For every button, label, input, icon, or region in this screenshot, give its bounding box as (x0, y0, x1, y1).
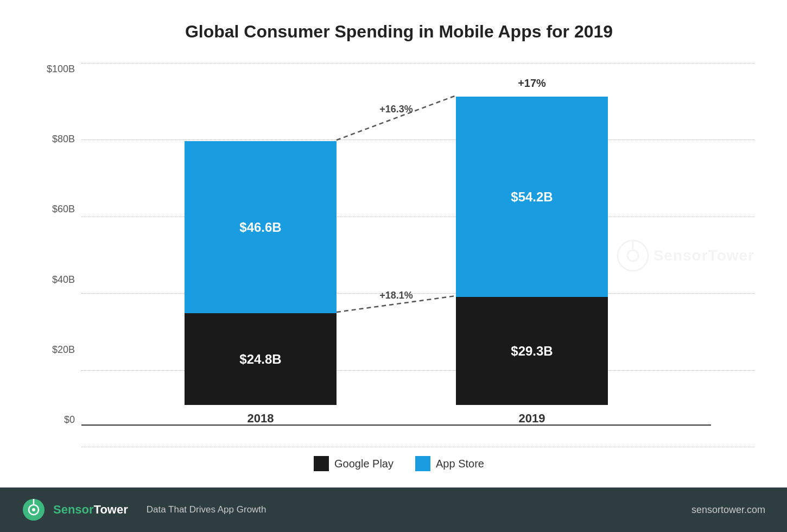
legend-swatch (415, 456, 430, 471)
y-axis-label: $100B (43, 64, 81, 75)
y-axis-label: $0 (43, 414, 81, 426)
y-axis-label: $40B (43, 274, 81, 286)
app-store-value-label: $46.6B (239, 220, 281, 235)
legend-item: App Store (415, 456, 484, 471)
watermark: SensorTower (617, 239, 754, 272)
bar-wrapper: $46.6B$24.8B (185, 141, 337, 405)
y-axis-label: $60B (43, 204, 81, 215)
bar-segment-app-store: $54.2B (456, 97, 608, 297)
brand-highlight: Sensor (53, 503, 94, 516)
svg-point-1 (627, 250, 638, 261)
footer-left: SensorTower Data That Drives App Growth (22, 498, 266, 522)
legend-swatch (314, 456, 329, 471)
chart-area: $0$20B$40B$60B$80B$100B $46.6B$24.8B2018… (43, 64, 754, 447)
footer: SensorTower Data That Drives App Growth … (0, 487, 787, 532)
bar-segment-google-play: $24.8B (185, 313, 337, 405)
bar-group: $54.2B$29.3B2019 (456, 97, 608, 426)
watermark-text: SensorTower (653, 247, 754, 264)
legend-item: Google Play (314, 456, 394, 471)
legend-label: App Store (436, 458, 484, 470)
legend-label: Google Play (334, 458, 394, 470)
y-axis-label: $20B (43, 344, 81, 356)
bar-wrapper: $54.2B$29.3B (456, 97, 608, 405)
footer-url: sensortower.com (691, 504, 765, 516)
bar-segment-app-store: $46.6B (185, 141, 337, 313)
y-axis-label: $80B (43, 134, 81, 145)
brand-second: Tower (94, 503, 128, 516)
bar-year-label: 2018 (247, 411, 274, 426)
svg-point-10 (32, 508, 35, 511)
chart-title: Global Consumer Spending in Mobile Apps … (43, 22, 754, 42)
sensortower-logo-icon (22, 498, 46, 522)
chart-container: Global Consumer Spending in Mobile Apps … (0, 0, 787, 487)
chart-plot: $46.6B$24.8B2018$54.2B$29.3B2019 SensorT… (81, 64, 754, 447)
y-axis: $0$20B$40B$60B$80B$100B (43, 64, 81, 447)
bar-group: $46.6B$24.8B2018 (185, 141, 337, 426)
bar-year-label: 2019 (519, 411, 545, 426)
google-play-value-label: $29.3B (511, 344, 553, 359)
grid-line (81, 447, 754, 447)
footer-tagline: Data That Drives App Growth (147, 504, 266, 515)
footer-brand-text: SensorTower (53, 503, 128, 517)
legend-area: Google PlayApp Store (43, 447, 754, 477)
app-store-value-label: $54.2B (511, 189, 553, 205)
bar-segment-google-play: $29.3B (456, 297, 608, 405)
google-play-value-label: $24.8B (239, 352, 281, 367)
